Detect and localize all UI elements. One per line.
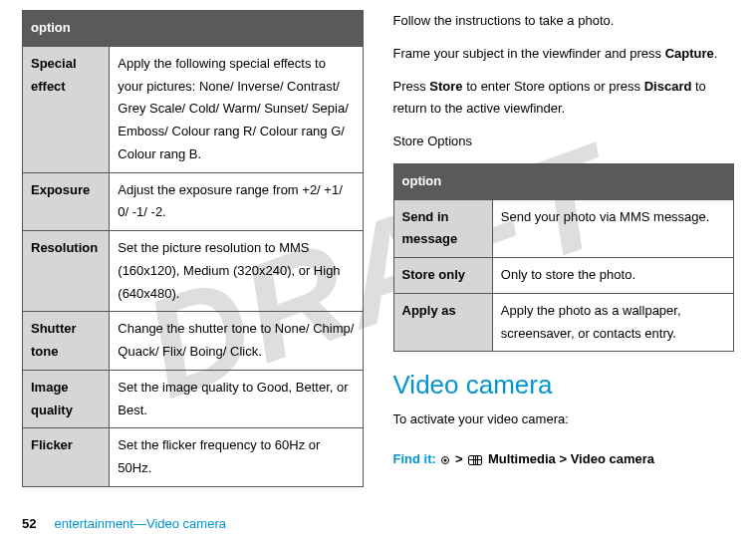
text-run: Press	[393, 79, 430, 94]
grid-icon	[468, 455, 482, 465]
option-label: Special effect	[23, 46, 110, 172]
paragraph: Store Options	[393, 131, 735, 153]
option-label: Apply as	[393, 293, 492, 352]
keyword-discard: Discard	[644, 79, 692, 94]
option-desc: Only to store the photo.	[492, 258, 733, 294]
table-row: Shutter tone Change the shutter tone to …	[23, 312, 364, 371]
table-header: option	[23, 11, 364, 47]
left-column: option Special effect Apply the followin…	[22, 10, 364, 508]
table-row: Apply as Apply the photo as a wallpaper,…	[393, 293, 734, 352]
paragraph: Follow the instructions to take a photo.	[393, 10, 735, 33]
table-row: Exposure Adjust the exposure range from …	[23, 172, 364, 231]
page-footer: 52 entertainment—Video camera	[22, 516, 734, 531]
option-label: Store only	[393, 258, 492, 294]
footer-breadcrumb: entertainment—Video camera	[54, 516, 225, 531]
keyword-capture: Capture	[665, 46, 714, 61]
option-desc: Send your photo via MMS message.	[492, 199, 733, 258]
separator: >	[559, 451, 570, 466]
option-label: Resolution	[23, 231, 110, 312]
table-row: Special effect Apply the following speci…	[23, 46, 364, 172]
option-label: Flicker	[23, 428, 110, 487]
option-desc: Apply the photo as a wallpaper, screensa…	[492, 293, 733, 352]
option-desc: Apply the following special effects to y…	[110, 46, 363, 172]
table-header: option	[393, 163, 734, 199]
store-options-table: option Send in message Send your photo v…	[393, 163, 735, 353]
menu-key-icon	[441, 456, 449, 464]
option-label: Shutter tone	[23, 312, 110, 371]
section-heading-video-camera: Video camera	[393, 370, 735, 401]
table-row: Store only Only to store the photo.	[393, 258, 734, 294]
separator: >	[455, 451, 466, 466]
columns-wrapper: option Special effect Apply the followin…	[22, 10, 734, 508]
table-row: Flicker Set the flicker frequency to 60H…	[23, 428, 364, 487]
page-number: 52	[22, 516, 36, 531]
option-desc: Set the flicker frequency to 60Hz or 50H…	[110, 428, 363, 487]
table-row: Send in message Send your photo via MMS …	[393, 199, 734, 258]
option-label: Send in message	[393, 199, 492, 258]
paragraph: Press Store to enter Store options or pr…	[393, 76, 735, 122]
option-desc: Set the image quality to Good, Better, o…	[110, 370, 363, 428]
table-row: Resolution Set the picture resolution to…	[23, 231, 364, 312]
table-row: Image quality Set the image quality to G…	[23, 370, 364, 428]
right-column: Follow the instructions to take a photo.…	[393, 10, 735, 508]
option-desc: Change the shutter tone to None/ Chimp/ …	[110, 312, 363, 371]
text-run: .	[714, 46, 718, 61]
keyword-multimedia: Multimedia	[488, 451, 556, 466]
option-desc: Adjust the exposure range from +2/ +1/ 0…	[110, 172, 363, 231]
option-desc: Set the picture resolution to MMS (160x1…	[110, 231, 363, 312]
table-header-row: option	[393, 163, 734, 199]
find-it-label: Find it:	[393, 451, 440, 466]
options-table-left: option Special effect Apply the followin…	[22, 10, 364, 487]
text-run: to enter Store options or press	[463, 79, 644, 94]
keyword-video-camera: Video camera	[571, 451, 654, 466]
paragraph: To activate your video camera:	[393, 408, 735, 431]
keyword-store: Store	[429, 79, 462, 94]
option-label: Image quality	[23, 370, 110, 428]
page-container: option Special effect Apply the followin…	[0, 0, 756, 543]
table-header-row: option	[23, 11, 364, 47]
option-label: Exposure	[23, 172, 110, 231]
find-it-line: Find it: > Multimedia > Video camera	[393, 447, 735, 470]
text-run: Frame your subject in the viewfinder and…	[393, 46, 665, 61]
paragraph: Frame your subject in the viewfinder and…	[393, 43, 735, 66]
